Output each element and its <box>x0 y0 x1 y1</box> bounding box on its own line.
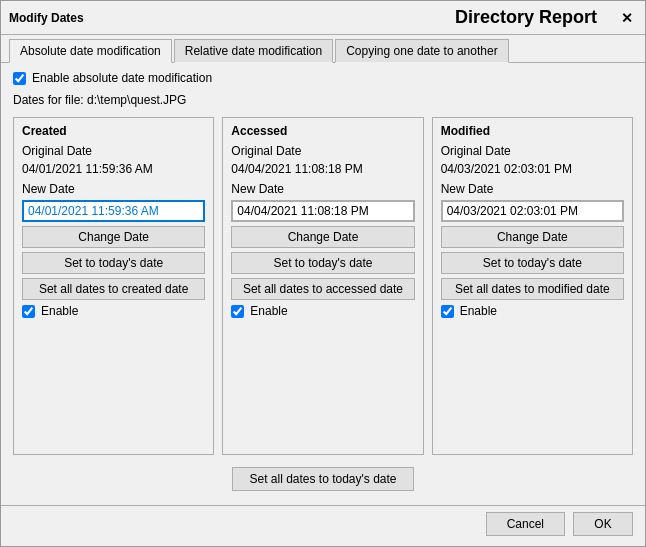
set-all-footer: Set all dates to today's date <box>13 461 633 497</box>
created-enable-label[interactable]: Enable <box>41 304 78 318</box>
created-original-label: Original Date <box>22 144 205 158</box>
tab-relative[interactable]: Relative date modification <box>174 39 333 63</box>
tab-absolute[interactable]: Absolute date modification <box>9 39 172 63</box>
accessed-enable-checkbox[interactable] <box>231 305 244 318</box>
title-bar: Modify Dates Directory Report ✕ <box>1 1 645 34</box>
modified-change-date-button[interactable]: Change Date <box>441 226 624 248</box>
modified-enable-row: Enable <box>441 304 624 318</box>
created-panel: Created Original Date 04/01/2021 11:59:3… <box>13 117 214 455</box>
created-new-label: New Date <box>22 182 205 196</box>
created-enable-checkbox[interactable] <box>22 305 35 318</box>
tab-bar: Absolute date modification Relative date… <box>1 35 645 63</box>
accessed-panel: Accessed Original Date 04/04/2021 11:08:… <box>222 117 423 455</box>
enable-label[interactable]: Enable absolute date modification <box>32 71 212 85</box>
accessed-today-button[interactable]: Set to today's date <box>231 252 414 274</box>
accessed-all-dates-button[interactable]: Set all dates to accessed date <box>231 278 414 300</box>
modified-today-button[interactable]: Set to today's date <box>441 252 624 274</box>
accessed-panel-title: Accessed <box>231 124 414 138</box>
accessed-new-label: New Date <box>231 182 414 196</box>
main-window: Modify Dates Directory Report ✕ Absolute… <box>0 0 646 547</box>
accessed-new-date-input[interactable] <box>231 200 414 222</box>
title-bar-right: Directory Report ✕ <box>455 7 637 28</box>
modified-enable-label[interactable]: Enable <box>460 304 497 318</box>
accessed-change-date-button[interactable]: Change Date <box>231 226 414 248</box>
created-enable-row: Enable <box>22 304 205 318</box>
accessed-enable-row: Enable <box>231 304 414 318</box>
modified-enable-checkbox[interactable] <box>441 305 454 318</box>
accessed-enable-label[interactable]: Enable <box>250 304 287 318</box>
ok-button[interactable]: OK <box>573 512 633 536</box>
created-panel-title: Created <box>22 124 205 138</box>
window-title: Modify Dates <box>9 11 84 25</box>
set-all-today-button[interactable]: Set all dates to today's date <box>232 467 413 491</box>
dialog-footer: Cancel OK <box>1 506 645 546</box>
accessed-original-date: 04/04/2021 11:08:18 PM <box>231 162 414 176</box>
date-panels: Created Original Date 04/01/2021 11:59:3… <box>13 117 633 455</box>
modified-panel: Modified Original Date 04/03/2021 02:03:… <box>432 117 633 455</box>
created-today-button[interactable]: Set to today's date <box>22 252 205 274</box>
main-content: Enable absolute date modification Dates … <box>1 63 645 505</box>
close-button[interactable]: ✕ <box>617 10 637 26</box>
modified-all-dates-button[interactable]: Set all dates to modified date <box>441 278 624 300</box>
accessed-original-label: Original Date <box>231 144 414 158</box>
created-change-date-button[interactable]: Change Date <box>22 226 205 248</box>
app-title: Directory Report <box>455 7 597 28</box>
file-label: Dates for file: d:\temp\quest.JPG <box>13 93 633 107</box>
created-new-date-input[interactable] <box>22 200 205 222</box>
enable-checkbox[interactable] <box>13 72 26 85</box>
tab-copying[interactable]: Copying one date to another <box>335 39 508 63</box>
created-original-date: 04/01/2021 11:59:36 AM <box>22 162 205 176</box>
enable-row: Enable absolute date modification <box>13 71 633 85</box>
modified-original-date: 04/03/2021 02:03:01 PM <box>441 162 624 176</box>
modified-panel-title: Modified <box>441 124 624 138</box>
created-all-dates-button[interactable]: Set all dates to created date <box>22 278 205 300</box>
modified-new-date-input[interactable] <box>441 200 624 222</box>
modified-new-label: New Date <box>441 182 624 196</box>
modified-original-label: Original Date <box>441 144 624 158</box>
cancel-button[interactable]: Cancel <box>486 512 565 536</box>
